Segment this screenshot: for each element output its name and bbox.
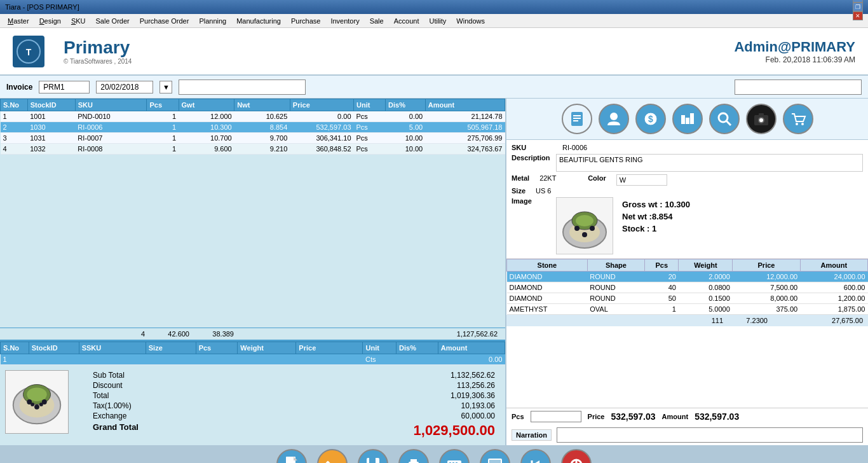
grand-total-label: Grand Total — [93, 422, 139, 439]
stone-row-amount: 0.00 — [438, 354, 505, 365]
menu-sale[interactable]: Sale — [365, 16, 389, 26]
table-row[interactable]: 1 Cts 0.00 — [1, 354, 505, 365]
menu-planning[interactable]: Planning — [194, 16, 231, 26]
svg-point-33 — [574, 226, 580, 231]
row-price: 0.00 — [290, 111, 353, 122]
save-button[interactable] — [358, 449, 388, 463]
metal-label: Metal — [512, 174, 529, 186]
left-panel: S.No StockID SKU Pcs Gwt Nwt Price Unit … — [0, 99, 505, 445]
calendar-button[interactable]: ▼ — [159, 81, 172, 93]
sd-amount: 1,200.00 — [800, 293, 867, 304]
invoice-number-input[interactable] — [39, 81, 90, 93]
items-table-header: S.No StockID SKU Pcs Gwt Nwt Price Unit … — [1, 99, 505, 111]
header-nwt: Nwt — [234, 99, 290, 111]
keyboard-button[interactable] — [439, 449, 470, 463]
pcs-label: Pcs — [512, 413, 524, 420]
stone-row-weight — [238, 354, 296, 365]
menu-account[interactable]: Account — [389, 16, 424, 26]
camera-icon-button[interactable] — [746, 104, 776, 134]
header-sku: SKU — [75, 99, 147, 111]
report-icon-button[interactable] — [672, 104, 703, 134]
narration-label: Narration — [512, 429, 552, 441]
items-tbody: 1 1001 PND-0010 1 12.000 10.625 0.00 Pcs… — [1, 111, 505, 155]
row-pcs: 1 — [147, 133, 179, 144]
table-row[interactable]: 1 1001 PND-0010 1 12.000 10.625 0.00 Pcs… — [1, 111, 505, 122]
stone-detail-row[interactable]: DIAMOND ROUND 50 0.1500 8,000.00 1,200.0… — [507, 293, 868, 304]
narration-input[interactable] — [557, 427, 863, 443]
menu-sku[interactable]: SKU — [66, 16, 91, 26]
total-row: Total 1,019,306.36 — [93, 390, 495, 401]
row-stockid: 1001 — [27, 111, 75, 122]
stone-row-price — [296, 354, 363, 365]
svg-rect-14 — [573, 120, 578, 121]
customer-icon-button[interactable] — [599, 104, 629, 134]
menu-purchase[interactable]: Purchase — [286, 16, 325, 26]
menu-utility[interactable]: Utility — [424, 16, 451, 26]
payment-icon-button[interactable]: $ — [635, 104, 666, 134]
stone-table-area: S.No StockID SSKU Size Pcs Weight Price … — [0, 340, 505, 365]
edit-button[interactable] — [317, 449, 348, 463]
tax-label: Tax(1.00%) — [93, 401, 132, 410]
metal-value: 22KT — [539, 174, 578, 186]
sd-pcs: 1 — [645, 304, 679, 315]
stone-row-ssku — [79, 354, 146, 365]
row-stockid: 1031 — [27, 133, 75, 144]
menu-master[interactable]: Master — [3, 16, 34, 26]
menu-purchaseorder[interactable]: Purchase Order — [135, 16, 194, 26]
search-detail-icon-button[interactable] — [709, 104, 740, 134]
power-button[interactable] — [561, 449, 592, 463]
discount-label: Discount — [93, 381, 123, 390]
row-amount: 324,763.67 — [425, 144, 505, 155]
back-button[interactable] — [520, 449, 551, 463]
sd-price: 375.00 — [733, 304, 800, 315]
close-button[interactable]: ✕ — [853, 11, 863, 20]
row-amount: 275,706.99 — [425, 133, 505, 144]
totals-pcs: 4 — [119, 330, 145, 338]
sd-stone: DIAMOND — [507, 282, 588, 293]
sd-amount: 600.00 — [800, 282, 867, 293]
sku-value: RI-0006 — [562, 144, 626, 151]
totals-amount: 1,127,562.62 — [234, 330, 500, 338]
sh-pcs: Pcs — [196, 342, 238, 354]
row-price: 360,848.52 — [290, 144, 353, 155]
new-document-button[interactable] — [276, 449, 307, 463]
table-row[interactable]: 4 1032 RI-0008 1 9.600 9.210 360,848.52 … — [1, 144, 505, 155]
menu-saleorder[interactable]: Sale Order — [91, 16, 135, 26]
admin-info: Admin@PRIMARY Feb. 20,2018 11:06:39 AM — [734, 39, 855, 64]
header-price: Price — [290, 99, 353, 111]
menu-design[interactable]: Design — [34, 16, 66, 26]
svg-point-27 — [796, 123, 798, 125]
admin-name: Admin@PRIMARY — [734, 39, 855, 55]
invoice-icon-button[interactable] — [562, 104, 592, 134]
svg-point-8 — [34, 404, 39, 410]
table-row[interactable]: 2 1030 RI-0006 1 10.300 8.854 532,597.03… — [1, 122, 505, 133]
secondary-search-input[interactable] — [735, 79, 862, 95]
desc-row: Description BEAUTIFUL GENTS RING — [512, 154, 863, 172]
sd-amount: 24,000.00 — [800, 272, 867, 282]
color-value: W — [616, 174, 667, 186]
row-gwt: 9.600 — [179, 144, 234, 155]
net-wt-text: Net wt :8.854 — [622, 212, 690, 221]
row-unit: Pcs — [354, 111, 386, 122]
svg-rect-45 — [410, 459, 417, 462]
invoice-date-input[interactable] — [96, 81, 153, 93]
restore-button[interactable]: ❐ — [853, 3, 863, 11]
svg-rect-26 — [759, 113, 764, 116]
tax-row: Tax(1.00%) 10,193.06 — [93, 401, 495, 411]
stone-detail-row[interactable]: AMETHYST OVAL 1 5.0000 375.00 1,875.00 — [507, 304, 868, 315]
stone-detail-row[interactable]: DIAMOND ROUND 20 2.0000 12,000.00 24,000… — [507, 272, 868, 282]
pcs-input[interactable] — [531, 411, 581, 422]
menu-manufacturing[interactable]: Manufacturing — [231, 16, 286, 26]
screen-button[interactable] — [480, 449, 510, 463]
table-row[interactable]: 3 1031 RI-0007 1 10.700 9.700 306,341.10… — [1, 133, 505, 144]
sd-pcs: 20 — [645, 272, 679, 282]
menu-windows[interactable]: Windows — [451, 16, 490, 26]
svg-point-15 — [610, 113, 618, 120]
print-button[interactable] — [398, 449, 429, 463]
search-input[interactable] — [179, 79, 306, 95]
menu-inventory[interactable]: Inventory — [325, 16, 364, 26]
cart-icon-button[interactable] — [783, 104, 813, 134]
stone-detail-row[interactable]: DIAMOND ROUND 40 0.0800 7,500.00 600.00 — [507, 282, 868, 293]
size-value: US 6 — [536, 187, 551, 195]
sh-weight: Weight — [238, 342, 296, 354]
